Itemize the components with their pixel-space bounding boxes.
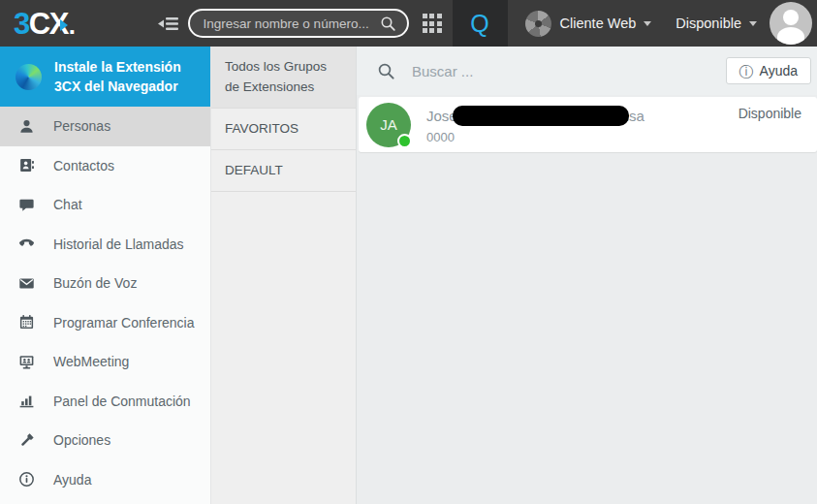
sidebar-item-label: Historial de Llamadas	[53, 236, 184, 252]
search-icon	[377, 62, 395, 80]
sidebar-item-chat[interactable]: Chat	[0, 185, 210, 225]
webmeeting-icon	[18, 354, 35, 370]
chevron-down-icon	[644, 21, 651, 26]
apps-grid-icon[interactable]	[423, 14, 442, 33]
availability-label: Disponible	[676, 16, 741, 31]
group-item-label: DEFAULT	[225, 163, 283, 177]
install-banner-label: Instale la Extensión 3CX del Navegador	[54, 57, 201, 97]
sidebar-item-label: Chat	[53, 197, 82, 212]
chevron-down-icon	[749, 21, 757, 26]
group-item-label: Todos los Grupos de Extensiones	[225, 59, 327, 94]
sidebar-item-panel-conmutacion[interactable]: Panel de Conmutación	[0, 382, 210, 422]
sidebar-item-opciones[interactable]: Opciones	[0, 421, 210, 460]
chat-bubble-icon	[18, 197, 35, 213]
topbar-right: Cliente Web Disponible	[525, 2, 817, 45]
contact-initials: JA	[380, 116, 397, 133]
sidebar-item-label: Programar Conferencia	[53, 315, 195, 331]
logo-cx: CX	[29, 9, 68, 39]
sidebar-item-programar-conferencia[interactable]: Programar Conferencia	[0, 303, 210, 343]
group-item-label: FAVORITOS	[225, 121, 299, 136]
search-icon[interactable]	[380, 16, 396, 32]
redaction-bar	[453, 106, 629, 126]
content: Instale la Extensión 3CX del Navegador P…	[0, 47, 817, 504]
contact-status: Disponible	[738, 106, 811, 121]
contacts-search-input[interactable]	[412, 63, 726, 79]
logo-3: 3	[14, 9, 29, 39]
phone-icon	[18, 236, 35, 252]
availability-menu[interactable]: Disponible	[676, 16, 757, 31]
info-icon	[18, 471, 35, 488]
3cx-web-client: 3CX. Q	[0, 0, 817, 504]
sidebar-item-label: Panel de Conmutación	[53, 394, 191, 409]
info-icon: ⓘ	[739, 64, 754, 79]
sidebar-item-contactos[interactable]: Contactos	[0, 146, 210, 186]
main-panel: ⓘ Ayuda JA Joseusa 0000 Disponible	[357, 47, 817, 504]
status-dot-available	[397, 134, 412, 148]
wrench-icon	[18, 432, 35, 449]
client-web-menu[interactable]: Cliente Web	[525, 11, 652, 37]
topbar: 3CX. Q	[0, 0, 817, 47]
bar-chart-icon	[18, 393, 35, 409]
collapse-menu-icon[interactable]	[158, 16, 178, 31]
3cx-logo[interactable]: 3CX.	[14, 9, 75, 39]
person-icon	[18, 118, 35, 135]
main-header: ⓘ Ayuda	[357, 47, 817, 95]
webclient-pinwheel-icon	[525, 11, 551, 37]
contact-extension: 0000	[426, 130, 644, 144]
contact-row[interactable]: JA Joseusa 0000 Disponible	[359, 97, 817, 152]
sidebar-item-historial-llamadas[interactable]: Historial de Llamadas	[0, 225, 210, 265]
group-item-default[interactable]: DEFAULT	[211, 150, 356, 192]
address-book-icon	[18, 157, 35, 173]
sidebar-item-label: Opciones	[53, 432, 110, 448]
sidebar-item-buzon-voz[interactable]: Buzón de Voz	[0, 264, 210, 303]
envelope-icon	[18, 275, 35, 292]
q-app-label: Q	[470, 10, 488, 38]
group-item-favoritos[interactable]: FAVORITOS	[211, 109, 356, 150]
sidebar-item-label: Buzón de Voz	[53, 275, 137, 291]
dial-search-pill	[188, 9, 409, 38]
outdent-icon	[158, 16, 178, 31]
install-extension-banner[interactable]: Instale la Extensión 3CX del Navegador	[0, 47, 210, 107]
group-item-todos-los-grupos[interactable]: Todos los Grupos de Extensiones	[211, 47, 356, 109]
sidebar-item-label: Contactos	[53, 158, 114, 173]
calendar-icon	[18, 314, 35, 331]
contact-info: Joseusa 0000	[426, 106, 644, 144]
user-avatar[interactable]	[770, 2, 812, 45]
q-app-button[interactable]: Q	[453, 0, 508, 47]
client-web-label: Cliente Web	[560, 16, 637, 31]
logo-period: .	[69, 13, 75, 38]
sidebar-item-label: Ayuda	[53, 472, 91, 488]
sidebar-item-personas[interactable]: Personas	[0, 107, 210, 146]
dial-search-input[interactable]	[204, 16, 380, 31]
help-button[interactable]: ⓘ Ayuda	[726, 57, 811, 84]
sidebar-item-ayuda[interactable]: Ayuda	[0, 460, 210, 500]
sidebar-item-webmeeting[interactable]: WebMeeting	[0, 342, 210, 382]
edge-browser-icon	[16, 64, 42, 90]
sidebar: Instale la Extensión 3CX del Navegador P…	[0, 47, 211, 504]
sidebar-item-label: WebMeeting	[53, 354, 129, 369]
help-button-label: Ayuda	[760, 63, 798, 79]
sidebar-item-label: Personas	[53, 118, 110, 134]
contact-name: Joseusa	[426, 106, 644, 126]
contact-avatar: JA	[366, 103, 411, 147]
extension-groups-panel: Todos los Grupos de Extensiones FAVORITO…	[211, 47, 357, 504]
